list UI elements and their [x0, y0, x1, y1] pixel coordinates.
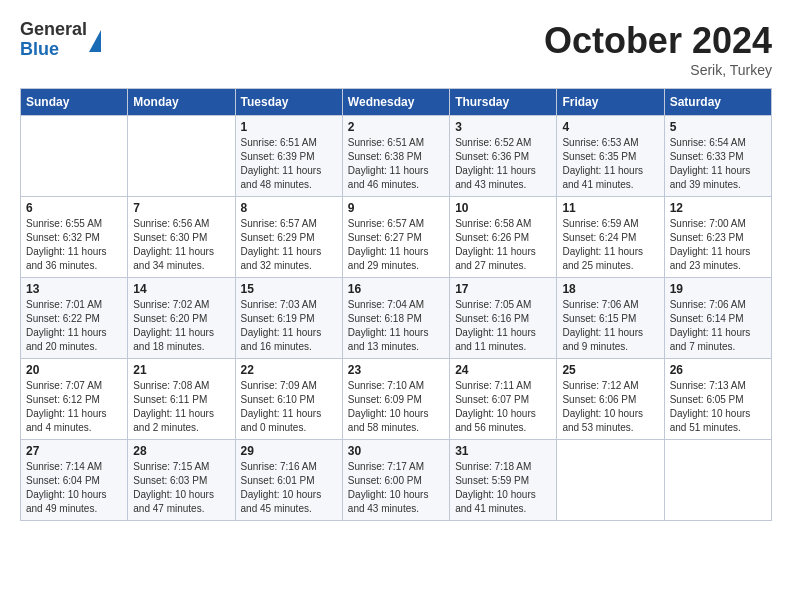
logo-general: General [20, 20, 87, 40]
calendar-day: 25Sunrise: 7:12 AMSunset: 6:06 PMDayligh… [557, 359, 664, 440]
day-number: 21 [133, 363, 229, 377]
calendar-day: 23Sunrise: 7:10 AMSunset: 6:09 PMDayligh… [342, 359, 449, 440]
day-number: 20 [26, 363, 122, 377]
calendar-day: 9Sunrise: 6:57 AMSunset: 6:27 PMDaylight… [342, 197, 449, 278]
day-number: 6 [26, 201, 122, 215]
day-info: Sunrise: 7:09 AMSunset: 6:10 PMDaylight:… [241, 379, 337, 435]
calendar-day: 10Sunrise: 6:58 AMSunset: 6:26 PMDayligh… [450, 197, 557, 278]
logo: General Blue [20, 20, 101, 60]
calendar-day: 1Sunrise: 6:51 AMSunset: 6:39 PMDaylight… [235, 116, 342, 197]
day-info: Sunrise: 6:51 AMSunset: 6:38 PMDaylight:… [348, 136, 444, 192]
day-info: Sunrise: 7:18 AMSunset: 5:59 PMDaylight:… [455, 460, 551, 516]
calendar-day: 5Sunrise: 6:54 AMSunset: 6:33 PMDaylight… [664, 116, 771, 197]
day-info: Sunrise: 7:03 AMSunset: 6:19 PMDaylight:… [241, 298, 337, 354]
day-number: 2 [348, 120, 444, 134]
day-info: Sunrise: 6:59 AMSunset: 6:24 PMDaylight:… [562, 217, 658, 273]
day-info: Sunrise: 6:51 AMSunset: 6:39 PMDaylight:… [241, 136, 337, 192]
calendar-day: 13Sunrise: 7:01 AMSunset: 6:22 PMDayligh… [21, 278, 128, 359]
day-number: 16 [348, 282, 444, 296]
page-header: General Blue October 2024 Serik, Turkey [20, 20, 772, 78]
calendar-day: 16Sunrise: 7:04 AMSunset: 6:18 PMDayligh… [342, 278, 449, 359]
day-info: Sunrise: 7:08 AMSunset: 6:11 PMDaylight:… [133, 379, 229, 435]
calendar-day [128, 116, 235, 197]
day-info: Sunrise: 7:02 AMSunset: 6:20 PMDaylight:… [133, 298, 229, 354]
location: Serik, Turkey [544, 62, 772, 78]
calendar-day: 6Sunrise: 6:55 AMSunset: 6:32 PMDaylight… [21, 197, 128, 278]
logo-blue: Blue [20, 40, 87, 60]
title-block: October 2024 Serik, Turkey [544, 20, 772, 78]
day-number: 30 [348, 444, 444, 458]
day-info: Sunrise: 7:13 AMSunset: 6:05 PMDaylight:… [670, 379, 766, 435]
day-info: Sunrise: 7:00 AMSunset: 6:23 PMDaylight:… [670, 217, 766, 273]
day-info: Sunrise: 7:11 AMSunset: 6:07 PMDaylight:… [455, 379, 551, 435]
day-number: 8 [241, 201, 337, 215]
day-number: 18 [562, 282, 658, 296]
calendar-day: 12Sunrise: 7:00 AMSunset: 6:23 PMDayligh… [664, 197, 771, 278]
calendar-day: 2Sunrise: 6:51 AMSunset: 6:38 PMDaylight… [342, 116, 449, 197]
calendar-week-5: 27Sunrise: 7:14 AMSunset: 6:04 PMDayligh… [21, 440, 772, 521]
day-info: Sunrise: 7:17 AMSunset: 6:00 PMDaylight:… [348, 460, 444, 516]
day-number: 19 [670, 282, 766, 296]
day-info: Sunrise: 7:04 AMSunset: 6:18 PMDaylight:… [348, 298, 444, 354]
day-info: Sunrise: 7:06 AMSunset: 6:15 PMDaylight:… [562, 298, 658, 354]
day-info: Sunrise: 6:53 AMSunset: 6:35 PMDaylight:… [562, 136, 658, 192]
day-number: 25 [562, 363, 658, 377]
calendar-day: 30Sunrise: 7:17 AMSunset: 6:00 PMDayligh… [342, 440, 449, 521]
calendar-day: 31Sunrise: 7:18 AMSunset: 5:59 PMDayligh… [450, 440, 557, 521]
calendar-day: 7Sunrise: 6:56 AMSunset: 6:30 PMDaylight… [128, 197, 235, 278]
calendar-day: 15Sunrise: 7:03 AMSunset: 6:19 PMDayligh… [235, 278, 342, 359]
day-number: 23 [348, 363, 444, 377]
calendar-day: 3Sunrise: 6:52 AMSunset: 6:36 PMDaylight… [450, 116, 557, 197]
calendar-day: 21Sunrise: 7:08 AMSunset: 6:11 PMDayligh… [128, 359, 235, 440]
day-number: 26 [670, 363, 766, 377]
calendar-day: 28Sunrise: 7:15 AMSunset: 6:03 PMDayligh… [128, 440, 235, 521]
day-info: Sunrise: 7:16 AMSunset: 6:01 PMDaylight:… [241, 460, 337, 516]
day-number: 5 [670, 120, 766, 134]
day-info: Sunrise: 6:52 AMSunset: 6:36 PMDaylight:… [455, 136, 551, 192]
day-number: 15 [241, 282, 337, 296]
day-number: 10 [455, 201, 551, 215]
day-info: Sunrise: 7:14 AMSunset: 6:04 PMDaylight:… [26, 460, 122, 516]
calendar-day [557, 440, 664, 521]
logo-text: General Blue [20, 20, 87, 60]
day-number: 1 [241, 120, 337, 134]
day-number: 9 [348, 201, 444, 215]
weekday-header-friday: Friday [557, 89, 664, 116]
weekday-header-monday: Monday [128, 89, 235, 116]
day-number: 29 [241, 444, 337, 458]
day-info: Sunrise: 7:06 AMSunset: 6:14 PMDaylight:… [670, 298, 766, 354]
calendar-day: 4Sunrise: 6:53 AMSunset: 6:35 PMDaylight… [557, 116, 664, 197]
weekday-header-wednesday: Wednesday [342, 89, 449, 116]
day-info: Sunrise: 7:07 AMSunset: 6:12 PMDaylight:… [26, 379, 122, 435]
calendar-day: 26Sunrise: 7:13 AMSunset: 6:05 PMDayligh… [664, 359, 771, 440]
day-info: Sunrise: 7:01 AMSunset: 6:22 PMDaylight:… [26, 298, 122, 354]
calendar-day [664, 440, 771, 521]
day-info: Sunrise: 7:10 AMSunset: 6:09 PMDaylight:… [348, 379, 444, 435]
calendar-day: 24Sunrise: 7:11 AMSunset: 6:07 PMDayligh… [450, 359, 557, 440]
weekday-header-sunday: Sunday [21, 89, 128, 116]
weekday-header-thursday: Thursday [450, 89, 557, 116]
calendar-day: 29Sunrise: 7:16 AMSunset: 6:01 PMDayligh… [235, 440, 342, 521]
day-number: 13 [26, 282, 122, 296]
day-number: 14 [133, 282, 229, 296]
weekday-header-row: SundayMondayTuesdayWednesdayThursdayFrid… [21, 89, 772, 116]
day-info: Sunrise: 7:15 AMSunset: 6:03 PMDaylight:… [133, 460, 229, 516]
weekday-header-tuesday: Tuesday [235, 89, 342, 116]
day-number: 24 [455, 363, 551, 377]
day-number: 7 [133, 201, 229, 215]
day-number: 22 [241, 363, 337, 377]
calendar-week-4: 20Sunrise: 7:07 AMSunset: 6:12 PMDayligh… [21, 359, 772, 440]
day-info: Sunrise: 6:56 AMSunset: 6:30 PMDaylight:… [133, 217, 229, 273]
day-info: Sunrise: 6:57 AMSunset: 6:27 PMDaylight:… [348, 217, 444, 273]
day-info: Sunrise: 6:57 AMSunset: 6:29 PMDaylight:… [241, 217, 337, 273]
day-number: 28 [133, 444, 229, 458]
day-number: 4 [562, 120, 658, 134]
day-number: 31 [455, 444, 551, 458]
weekday-header-saturday: Saturday [664, 89, 771, 116]
calendar-day: 27Sunrise: 7:14 AMSunset: 6:04 PMDayligh… [21, 440, 128, 521]
calendar-day: 18Sunrise: 7:06 AMSunset: 6:15 PMDayligh… [557, 278, 664, 359]
day-number: 12 [670, 201, 766, 215]
calendar-day: 19Sunrise: 7:06 AMSunset: 6:14 PMDayligh… [664, 278, 771, 359]
calendar-day: 8Sunrise: 6:57 AMSunset: 6:29 PMDaylight… [235, 197, 342, 278]
logo-icon [89, 30, 101, 52]
